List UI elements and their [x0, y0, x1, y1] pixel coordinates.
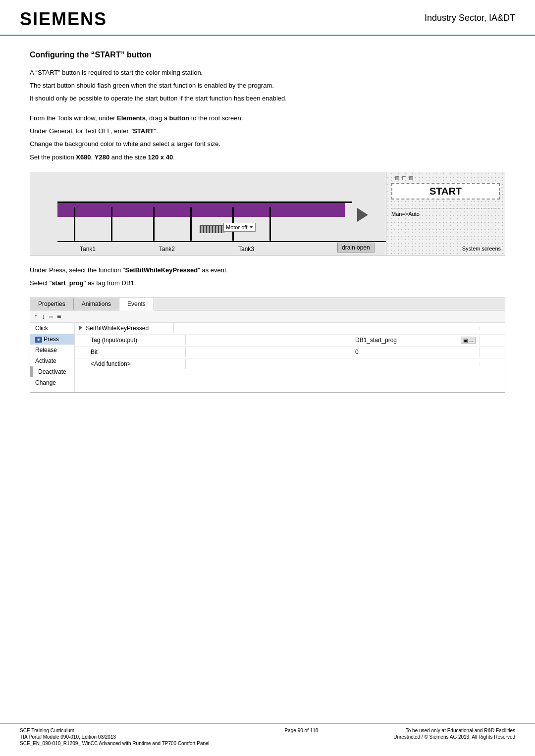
bit-detail — [186, 351, 351, 353]
press-icon: ■ — [35, 337, 42, 343]
event-change[interactable]: Change — [30, 377, 74, 388]
siemens-logo: SIEMENS — [20, 9, 107, 30]
hmi-screen: Motor off Tank1 Tank2 Tank3 drain open — [30, 172, 446, 256]
toolbar-copy-icon[interactable]: ⎓ — [49, 312, 53, 320]
tag-row: Tag (Input/output) DB1_start_prog ▣ ... — [75, 335, 505, 347]
props-body: Click ■Press Release Activate Deactivate… — [30, 323, 505, 392]
event-press[interactable]: ■Press — [30, 334, 74, 345]
tab-animations[interactable]: Animations — [74, 298, 119, 310]
tag-label-cell: Tag (Input/output) — [87, 335, 186, 345]
event-click[interactable]: Click — [30, 323, 74, 334]
tab-properties[interactable]: Properties — [30, 298, 74, 310]
instruction-2: Under General, for Text OFF, enter "STAR… — [30, 126, 505, 137]
instruction-6: Select "start_prog" as tag from DB1. — [30, 278, 505, 289]
tag-value-text: DB1_start_prog — [355, 337, 397, 344]
footer-left-line1: SCE Training Curriculum — [20, 728, 210, 733]
man-auto-label: Man=>Auto — [391, 211, 420, 217]
arrow-shape — [357, 208, 368, 222]
footer-left-line2: TIA Portal Module 090-010, Edition 03/20… — [20, 734, 210, 740]
tank1-left-bar — [74, 207, 75, 241]
right-dotted-panel: START Man=>Auto System screens — [386, 172, 505, 256]
footer-right-line2: Unrestricted / © Siemens AG 2013. All Ri… — [393, 734, 515, 740]
add-value — [351, 362, 480, 365]
instruction-3: Change the background color to white and… — [30, 139, 505, 150]
intro-para-1: A “START” button is required to start th… — [30, 67, 505, 78]
bit-value-cell: 0 — [351, 347, 480, 357]
toolbar-up-icon[interactable]: ↑ — [34, 312, 38, 320]
intro-para-2: The start button should flash green when… — [30, 80, 505, 91]
system-screens-label: System screens — [462, 246, 501, 252]
bit-action — [480, 351, 505, 353]
motor-dropdown-arrow — [249, 226, 253, 228]
footer-right: To be used only at Educational and R&D F… — [393, 728, 515, 746]
small-squares — [395, 176, 413, 180]
hmi-diagram: Motor off Tank1 Tank2 Tank3 drain open — [30, 172, 505, 256]
event-release[interactable]: Release — [30, 345, 74, 355]
footer-center: Page 90 of 118 — [285, 728, 319, 746]
event-activate[interactable]: Activate — [30, 355, 74, 366]
main-content: Configuring the “START” button A “START”… — [0, 36, 535, 411]
instruction-5: Under Press, select the function "SetBit… — [30, 265, 505, 276]
motor-label: Motor off — [226, 224, 247, 230]
add-detail — [186, 362, 351, 365]
conveyor-icon — [200, 225, 224, 233]
tag-action — [480, 339, 505, 342]
event-deactivate-row: Deactivate — [30, 366, 74, 377]
intro-para-3: It should only be possible to operate th… — [30, 93, 505, 104]
props-detail: SetBitWhileKeyPressed Tag (Input/output)… — [75, 323, 505, 392]
add-action — [480, 362, 505, 365]
footer-page-number: Page 90 of 118 — [285, 728, 319, 733]
tab-events[interactable]: Events — [119, 298, 154, 310]
add-function-row: <Add function> — [75, 358, 505, 370]
props-tabs: Properties Animations Events — [30, 298, 505, 310]
sq2 — [402, 176, 406, 180]
bit-row: Bit 0 — [75, 347, 505, 358]
tank3-right-bar — [269, 207, 271, 241]
page-footer: SCE Training Curriculum TIA Portal Modul… — [0, 723, 535, 746]
footer-left-line3: SCE_EN_090-010_R1209_ WinCC Advanced wit… — [20, 741, 210, 746]
add-function-cell[interactable]: <Add function> — [87, 359, 186, 369]
drain-open-label: drain open — [337, 243, 374, 252]
divider-1 — [391, 208, 500, 208]
header-subtitle: Industry Sector, IA&DT — [425, 9, 515, 23]
footer-right-line1: To be used only at Educational and R&D F… — [393, 728, 515, 733]
instruction-1: From the Tools window, under Elements, d… — [30, 113, 505, 124]
event-deactivate[interactable]: Deactivate — [33, 366, 74, 377]
section-title: Configuring the “START” button — [30, 50, 505, 59]
function-name-label: SetBitWhileKeyPressed — [86, 325, 149, 332]
divider-2 — [391, 222, 500, 222]
toolbar-down-icon[interactable]: ↓ — [42, 312, 45, 320]
empty-value — [351, 327, 480, 330]
tank3-label: Tank3 — [238, 246, 254, 252]
instruction-4: Set the position X680, Y280 and the size… — [30, 152, 505, 163]
expand-triangle[interactable] — [79, 325, 82, 330]
start-button-hmi[interactable]: START — [391, 183, 500, 200]
page-header: SIEMENS Industry Sector, IA&DT — [0, 0, 535, 36]
sq3 — [409, 176, 413, 180]
toolbar-list-icon[interactable]: ≡ — [57, 312, 61, 320]
empty-detail — [174, 327, 351, 330]
empty-action — [480, 327, 505, 330]
browse-tag-button[interactable]: ▣ ... — [461, 337, 476, 344]
tank1-label: Tank1 — [80, 246, 96, 252]
motor-dropdown[interactable]: Motor off — [223, 223, 256, 232]
sq1 — [395, 176, 399, 180]
tag-detail — [186, 339, 351, 342]
footer-left: SCE Training Curriculum TIA Portal Modul… — [20, 728, 210, 746]
tank2-label: Tank2 — [159, 246, 175, 252]
tank2-left-bar — [153, 207, 155, 241]
function-name-row: SetBitWhileKeyPressed — [75, 323, 505, 335]
tank2-right-bar — [190, 207, 192, 241]
tag-value-cell: DB1_start_prog ▣ ... — [351, 335, 480, 346]
props-toolbar: ↑ ↓ ⎓ ≡ — [30, 310, 505, 323]
purple-bar — [57, 203, 345, 217]
tank1-right-bar — [111, 207, 112, 241]
properties-panel: Properties Animations Events ↑ ↓ ⎓ ≡ Cli… — [30, 298, 505, 393]
bit-label-cell: Bit — [87, 347, 186, 357]
function-name-cell: SetBitWhileKeyPressed — [75, 323, 174, 333]
bottom-hline — [57, 241, 431, 242]
events-list: Click ■Press Release Activate Deactivate… — [30, 323, 75, 392]
